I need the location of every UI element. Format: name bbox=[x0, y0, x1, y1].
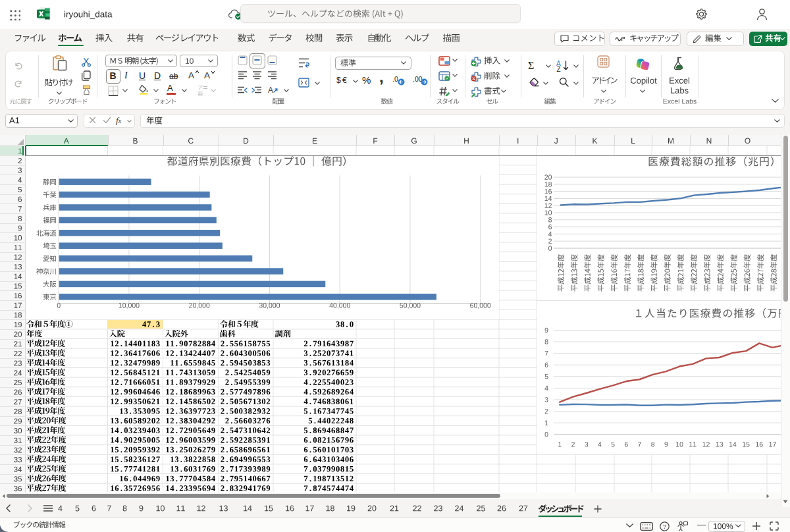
svg-text:?: ? bbox=[663, 522, 666, 529]
